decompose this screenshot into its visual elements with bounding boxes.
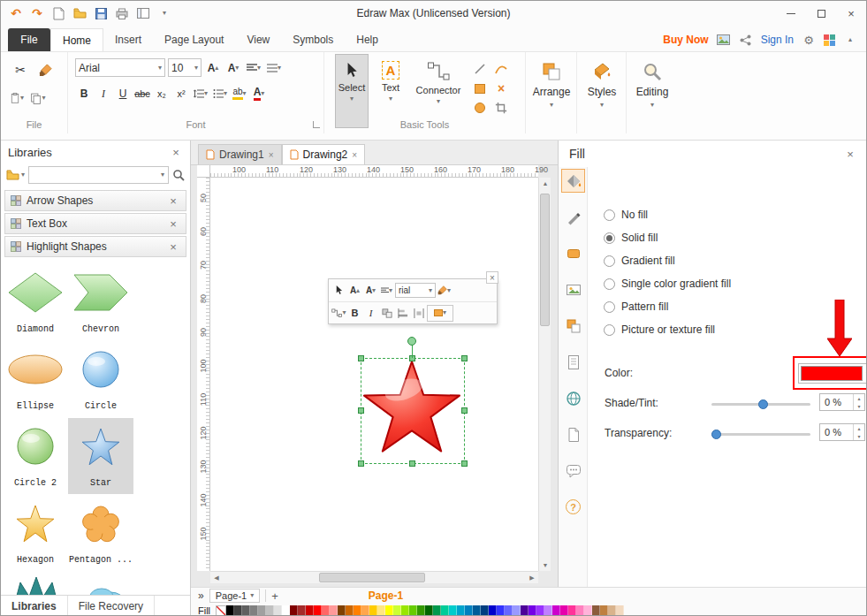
select-tool-button[interactable]: Select▾ [335, 54, 369, 128]
line-spacing-button[interactable]: ▾ [192, 85, 209, 103]
palette-swatch[interactable] [354, 605, 361, 616]
spin-down-icon[interactable]: ▾ [854, 432, 864, 440]
transparency-slider-thumb[interactable] [711, 430, 721, 439]
format-tool-icon[interactable]: ✂ [11, 61, 29, 79]
palette-swatch[interactable] [576, 605, 584, 616]
palette-swatch[interactable] [242, 605, 250, 616]
palette-swatch[interactable] [393, 605, 401, 616]
help-icon[interactable]: ? [561, 495, 585, 519]
selection-handle[interactable] [409, 460, 415, 467]
arrange-panel-icon[interactable] [561, 314, 585, 338]
addons-icon[interactable] [824, 34, 835, 46]
panels-icon[interactable] [135, 5, 151, 21]
panel-tab-file-recovery[interactable]: File Recovery [68, 596, 155, 616]
doc-tab-drawing1[interactable]: Drawing1 × [198, 144, 282, 164]
palette-swatch[interactable] [369, 605, 377, 616]
panel-tab-libraries[interactable]: Libraries [1, 596, 68, 616]
gear-icon[interactable]: ⚙ [802, 33, 816, 47]
palette-swatch[interactable] [489, 605, 497, 616]
delete-tool-icon[interactable]: × [491, 79, 512, 98]
arrange-button[interactable]: Arrange▾ [529, 52, 574, 126]
palette-swatch[interactable] [385, 605, 393, 616]
palette-swatch[interactable] [544, 605, 552, 616]
palette-swatch[interactable] [306, 605, 314, 616]
spin-down-icon[interactable]: ▾ [854, 402, 864, 410]
mini-align-shapes-icon[interactable] [395, 305, 410, 322]
hyperlink-icon[interactable] [561, 386, 585, 410]
tab-symbols[interactable]: Symbols [281, 28, 345, 51]
palette-swatch[interactable] [401, 605, 409, 616]
styles-button[interactable]: Styles▾ [579, 52, 625, 126]
palette-swatch[interactable] [433, 605, 441, 616]
save-icon[interactable] [93, 5, 109, 21]
palette-swatch[interactable] [377, 605, 385, 616]
palette-swatch[interactable] [521, 605, 529, 616]
doc-tab-drawing2[interactable]: Drawing2 × [282, 144, 366, 164]
palette-swatch[interactable] [441, 605, 449, 616]
search-icon[interactable] [172, 169, 185, 181]
print-icon[interactable] [114, 5, 130, 21]
palette-swatch[interactable] [266, 605, 274, 616]
spin-up-icon[interactable]: ▴ [854, 394, 864, 402]
palette-swatch[interactable] [465, 605, 473, 616]
palette-swatch[interactable] [600, 605, 608, 616]
palette-swatch[interactable] [608, 605, 616, 616]
palette-swatch[interactable] [481, 605, 489, 616]
font-dialog-launcher-icon[interactable] [313, 121, 320, 128]
palette-swatch[interactable] [409, 605, 417, 616]
crop-tool-icon[interactable] [491, 98, 512, 118]
active-page-tab[interactable]: Page-1 [369, 589, 403, 602]
text-spacing-button[interactable]: ▾ [265, 59, 283, 77]
tab-home[interactable]: Home [50, 28, 103, 51]
connector-tool-button[interactable]: Connector▾ [413, 54, 464, 128]
new-document-icon[interactable] [50, 5, 66, 21]
qat-more-icon[interactable]: ▾ [156, 5, 172, 21]
scroll-down-icon[interactable]: ▼ [539, 559, 551, 571]
palette-swatch[interactable] [258, 605, 266, 616]
library-shape-diamond[interactable]: Diamond [3, 264, 68, 340]
palette-swatch[interactable] [536, 605, 544, 616]
drawing-canvas[interactable]: A▴ A▾ ▾ rial▾ ▾ ▾ B I [210, 178, 538, 571]
open-icon[interactable] [72, 5, 87, 21]
library-shape-pentagon[interactable]: Pentagon ... [68, 495, 133, 571]
editing-button[interactable]: Editing▾ [629, 52, 675, 126]
palette-swatch[interactable] [417, 605, 425, 616]
rotation-handle[interactable] [407, 337, 416, 346]
superscript-button[interactable]: x² [172, 85, 190, 103]
mini-font-combo[interactable]: rial▾ [395, 283, 436, 298]
palette-swatch[interactable] [298, 605, 306, 616]
spin-up-icon[interactable]: ▴ [854, 424, 864, 432]
section-close-icon[interactable]: × [166, 194, 180, 208]
page-setup-icon[interactable] [561, 350, 585, 374]
horizontal-scrollbar[interactable]: ◀ ▶ [210, 571, 538, 583]
shade-slider[interactable] [711, 403, 810, 406]
fill-panel-close-icon[interactable]: × [843, 148, 857, 161]
vertical-scrollbar[interactable]: ▲ ▼ [538, 178, 551, 571]
library-shape-chevron[interactable]: Chevron [68, 264, 133, 340]
palette-swatch[interactable] [346, 605, 354, 616]
mini-distribute-icon[interactable] [411, 305, 426, 322]
no-color-swatch[interactable] [216, 605, 226, 616]
palette-swatch[interactable] [282, 605, 290, 616]
palette-swatch[interactable] [322, 605, 330, 616]
line-tool-icon[interactable] [469, 59, 491, 79]
mini-format-painter-icon[interactable]: ▾ [437, 282, 452, 299]
palette-swatch[interactable] [338, 605, 346, 616]
strikethrough-button[interactable]: abc [133, 85, 151, 103]
fill-option[interactable]: Gradient fill [604, 254, 675, 268]
palette-swatch[interactable] [425, 605, 433, 616]
picture-icon[interactable] [561, 278, 585, 301]
paste-button[interactable]: ▾ [8, 89, 26, 107]
tab-file[interactable]: File [8, 28, 50, 51]
fill-option[interactable]: Picture or texture fill [604, 323, 715, 337]
format-painter-icon[interactable] [36, 61, 54, 79]
fill-option[interactable]: Solid fill [604, 231, 658, 245]
doc-tab-close-icon[interactable]: × [269, 150, 274, 160]
grow-font-button[interactable]: A▴ [204, 59, 222, 77]
palette-swatch[interactable] [497, 605, 505, 616]
mini-shrink-font-button[interactable]: A▾ [363, 282, 378, 299]
doc-tab-close-icon[interactable]: × [352, 150, 357, 160]
palette-swatch[interactable] [290, 605, 298, 616]
selection-handle[interactable] [358, 355, 364, 361]
section-close-icon[interactable]: × [166, 240, 180, 254]
